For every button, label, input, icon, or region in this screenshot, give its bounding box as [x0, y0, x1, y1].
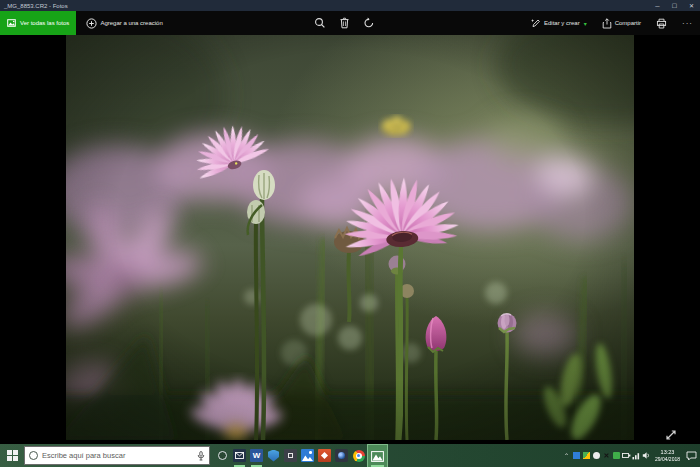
tray-x-icon[interactable]: ✕ — [602, 444, 611, 467]
chrome-icon — [353, 450, 365, 462]
add-to-creation-label: Agregar a una creación — [100, 20, 162, 26]
edit-create-label: Editar y crear — [544, 20, 580, 26]
circle-icon — [218, 451, 227, 460]
screen: _MG_8853.CR2 - Fotos ─ ☐ ✕ Ver todas las… — [0, 0, 700, 467]
window-title: _MG_8853.CR2 - Fotos — [0, 3, 68, 9]
printer-icon — [656, 18, 667, 29]
cortana-icon — [29, 451, 38, 460]
toolbar-center-tools — [312, 11, 377, 35]
title-bar: _MG_8853.CR2 - Fotos ─ ☐ ✕ — [0, 0, 700, 11]
taskbar-cortana-button[interactable] — [214, 444, 231, 467]
toolbar-right-tools: Editar y crear ▾ Compartir ··· — [527, 11, 697, 35]
taskbar-photos-active-button[interactable] — [367, 444, 388, 467]
see-more-button[interactable]: ··· — [678, 11, 697, 35]
rotate-button[interactable] — [361, 11, 377, 35]
taskbar: W ⌃ ✕ — [0, 444, 700, 467]
start-button[interactable] — [0, 444, 24, 467]
orange-app-icon — [318, 449, 331, 462]
add-creation-icon — [86, 18, 97, 29]
taskbar-mail-button[interactable] — [231, 444, 248, 467]
app-toolbar: Ver todas las fotos Agregar a una creaci… — [0, 11, 700, 35]
ellipsis-icon: ··· — [682, 19, 693, 28]
magnifier-icon — [314, 17, 326, 29]
camera-icon — [335, 449, 348, 462]
screenshot-icon — [284, 449, 297, 462]
photo — [66, 35, 634, 440]
rotate-icon — [363, 17, 375, 29]
clock-date: 29/04/2018 — [655, 456, 680, 463]
action-center-icon[interactable] — [684, 444, 698, 467]
tray-white-circle-icon[interactable] — [592, 444, 601, 467]
add-to-creation-button[interactable]: Agregar a una creación — [82, 11, 166, 35]
view-all-photos-label: Ver todas las fotos — [20, 20, 69, 26]
word-icon: W — [250, 449, 263, 462]
share-button[interactable]: Compartir — [598, 11, 645, 35]
photos-blue-icon — [301, 449, 314, 462]
delete-button[interactable] — [337, 11, 352, 35]
edit-create-button[interactable]: Editar y crear ▾ — [527, 11, 591, 35]
minimize-button[interactable]: ─ — [649, 0, 666, 11]
taskbar-apps: W — [214, 444, 388, 467]
mail-icon — [233, 449, 246, 462]
taskbar-snip-button[interactable] — [282, 444, 299, 467]
windows-logo-icon — [7, 450, 18, 461]
battery-icon[interactable] — [622, 444, 631, 467]
print-button[interactable] — [652, 11, 671, 35]
taskbar-camera-button[interactable] — [333, 444, 350, 467]
zoom-button[interactable] — [312, 11, 328, 35]
tray-blue-square-icon[interactable] — [572, 444, 581, 467]
taskbar-photos-blue-button[interactable] — [299, 444, 316, 467]
edit-pencil-icon — [531, 18, 541, 28]
system-tray: ⌃ ✕ 13:23 29/04/2018 — [562, 444, 700, 467]
close-button[interactable]: ✕ — [683, 0, 700, 11]
taskbar-clock[interactable]: 13:23 29/04/2018 — [652, 449, 683, 463]
search-box[interactable] — [24, 446, 210, 465]
maximize-button[interactable]: ☐ — [666, 0, 683, 11]
clock-time: 13:23 — [661, 449, 675, 456]
photo-canvas — [0, 35, 700, 444]
share-label: Compartir — [615, 20, 641, 26]
taskbar-orange-app-button[interactable] — [316, 444, 333, 467]
share-icon — [602, 18, 612, 29]
trash-icon — [339, 17, 350, 29]
network-icon[interactable] — [632, 444, 641, 467]
chevron-down-icon: ▾ — [584, 20, 587, 27]
taskbar-defender-button[interactable] — [265, 444, 282, 467]
taskbar-chrome-button[interactable] — [350, 444, 367, 467]
window-controls: ─ ☐ ✕ — [649, 0, 700, 11]
taskbar-word-button[interactable]: W — [248, 444, 265, 467]
microphone-icon[interactable] — [197, 451, 205, 461]
photo-collection-icon — [7, 18, 17, 28]
tray-green-square-icon[interactable] — [612, 444, 621, 467]
shield-icon — [268, 450, 279, 462]
tray-drive-icon[interactable] — [582, 444, 591, 467]
photos-app-icon — [371, 451, 384, 462]
expand-icon[interactable] — [665, 429, 677, 441]
tray-chevron-up-icon[interactable]: ⌃ — [562, 444, 571, 467]
view-all-photos-button[interactable]: Ver todas las fotos — [0, 11, 76, 35]
volume-icon[interactable] — [642, 444, 651, 467]
search-input[interactable] — [42, 451, 193, 460]
